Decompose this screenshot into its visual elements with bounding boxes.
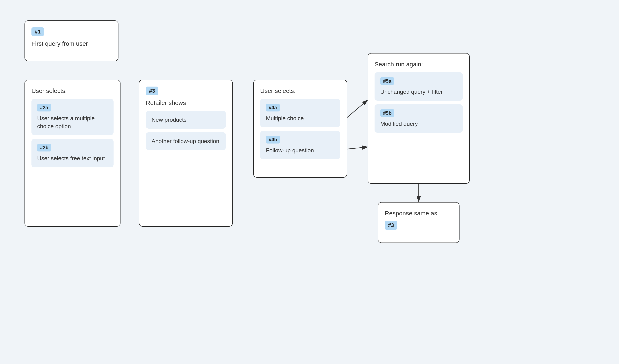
node-4a-inner: #4a Multiple choice <box>260 99 340 127</box>
node-4b-title: Follow-up question <box>266 146 335 154</box>
node-4a-badge: #4a <box>266 104 280 112</box>
node-3-item1-title: New products <box>152 116 220 124</box>
node-3-header: Retailer shows <box>146 98 226 107</box>
node-5a-inner: #5a Unchanged query + filter <box>375 72 463 101</box>
node-5b-title: Modified query <box>380 120 457 128</box>
node-4b-inner: #4b Follow-up question <box>260 131 340 159</box>
node-2-header: User selects: <box>31 86 113 95</box>
diagram: #1 First query from user User selects: #… <box>0 0 619 364</box>
node-2a-badge: #2a <box>37 104 51 112</box>
node-4-card: User selects: #4a Multiple choice #4b Fo… <box>253 80 347 178</box>
node-3-badge: #3 <box>146 86 158 95</box>
node-2a-title: User selects a multiple choice option <box>37 114 108 130</box>
node-1-card: #1 First query from user <box>25 20 118 61</box>
arrow-4a-5a <box>347 100 368 117</box>
arrow-4b-5b <box>347 147 368 149</box>
node-4-header: User selects: <box>260 86 340 95</box>
node-5a-badge: #5a <box>380 77 394 85</box>
node-6-badge: #3 <box>385 221 397 230</box>
node-3-card: #3 Retailer shows New products Another f… <box>139 80 233 227</box>
node-1-title: First query from user <box>31 39 112 48</box>
node-5-header: Search run again: <box>375 60 463 69</box>
node-3-item2: Another follow-up question <box>146 132 226 150</box>
node-3-item1: New products <box>146 111 226 129</box>
node-4a-title: Multiple choice <box>266 114 335 122</box>
node-2-card: User selects: #2a User selects a multipl… <box>25 80 121 227</box>
node-3-item2-title: Another follow-up question <box>152 137 220 145</box>
node-1-badge: #1 <box>31 27 44 36</box>
node-4b-badge: #4b <box>266 136 280 143</box>
node-2a-inner: #2a User selects a multiple choice optio… <box>31 99 113 135</box>
node-6-header: Response same as <box>385 209 452 218</box>
node-2b-title: User selects free text input <box>37 154 108 162</box>
node-2b-inner: #2b User selects free text input <box>31 139 113 167</box>
node-5a-title: Unchanged query + filter <box>380 88 457 96</box>
node-5-card: Search run again: #5a Unchanged query + … <box>368 53 470 184</box>
node-6-card: Response same as #3 <box>378 202 460 243</box>
node-5b-inner: #5b Modified query <box>375 104 463 133</box>
node-2b-badge: #2b <box>37 144 51 152</box>
node-5b-badge: #5b <box>380 109 394 117</box>
